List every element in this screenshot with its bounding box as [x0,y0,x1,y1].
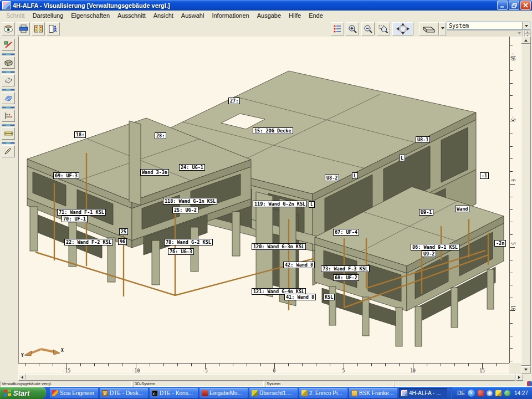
ruler-tick [510,234,513,235]
pan-cross-icon [395,23,411,35]
zoom-in-icon [348,24,357,34]
taskbar-button-eingabe[interactable]: EingabeMo... [200,388,248,398]
ruler-tick [288,364,289,366]
taskbar-button-console[interactable]: C:DTE - Kons... [150,388,198,398]
minimize-button[interactable] [497,1,508,10]
scroll-up-button[interactable] [521,37,531,44]
vertical-scroll-thumb[interactable] [521,44,531,366]
scia-icon [52,390,58,396]
pan-control[interactable] [392,22,413,35]
toolbar-grip [2,89,15,91]
levels-button[interactable] [2,110,15,122]
pen-icon [4,147,13,155]
close-button[interactable] [520,1,531,10]
numbering-options-button[interactable] [331,22,344,35]
model-label: Wand 3-3n [140,169,169,176]
menu-item-auswahl[interactable]: Auswahl [177,11,208,20]
ruler-tick [122,364,122,366]
ruler-tick [468,364,469,366]
ruler-tick [510,247,515,248]
taskbar-button-dte-desk[interactable]: CDTE - Desk... [100,388,148,398]
language-indicator[interactable]: DE [457,390,465,396]
model-label: 42: Wand 8 [283,262,315,268]
scroll-left-button[interactable] [18,374,25,381]
ruler-tick [496,364,497,366]
ruler-tick [413,364,413,369]
taskbar-button-scia[interactable]: Scia Engineer [50,388,98,398]
zoom-window-button[interactable] [377,22,390,35]
ruler-tick [510,273,513,273]
menu-item-ausschnitt[interactable]: Ausschnitt [114,11,150,20]
system-select-arrow[interactable] [522,22,530,29]
hide-icons-chevron[interactable]: ‹ [468,390,475,397]
ruler-tick [385,364,386,366]
dimension-button[interactable] [2,127,15,140]
ruler-tick [510,285,513,285]
taskbar-button-alfa[interactable]: 4H-ALFA - ... [399,388,447,398]
restore-button[interactable] [509,1,519,10]
ruler-tick [108,364,109,366]
taskbar-button-uebersicht[interactable]: Übersicht1.... [249,388,298,398]
scroll-right-button[interactable] [516,374,523,381]
report-button[interactable] [32,22,45,35]
taskbar-button-enrico[interactable]: 2. Enrico Pi... [299,388,347,398]
ruler-tick [510,222,513,222]
mesh-view-button[interactable] [2,92,15,104]
ruler-tick [510,323,513,324]
minimize-icon [500,3,505,8]
3d-view-button[interactable] [419,22,439,35]
solid-view-button[interactable] [2,57,15,69]
red-app-tray-icon[interactable] [478,390,484,396]
ruler-tick [510,158,513,159]
dte-desk-icon: C [102,390,108,396]
zoom-out-button[interactable] [361,22,375,35]
zoom-in-button[interactable] [346,22,359,35]
numbered-list-icon [333,24,342,33]
menu-item-schnitt: Schnitt [2,11,29,20]
menu-item-ausgabe[interactable]: Ausgabe [253,11,285,20]
status-extra [395,381,526,387]
ruler-tick [302,364,303,366]
scroll-down-button[interactable] [521,366,531,374]
menu-item-hilfe[interactable]: Hilfe [285,11,305,20]
ruler-tick [150,364,150,366]
taskbar-button-folder[interactable]: BSK Franke... [349,388,397,398]
ruler-tick [25,364,25,366]
horizontal-scrollbar[interactable] [18,374,523,381]
triangle-down-icon [524,369,528,372]
ruler-tick [510,171,513,172]
menu-item-ansicht[interactable]: Ansicht [150,11,177,20]
pencil-tray-icon[interactable] [495,390,502,396]
exit-button[interactable] [47,22,60,35]
vertical-scrollbar[interactable] [521,37,531,374]
menu-item-darstellung[interactable]: Darstellung [29,11,68,20]
menu-item-eigenschaften[interactable]: Eigenschaften [67,11,114,20]
redline-tool-button[interactable] [2,39,15,51]
view-button[interactable] [2,22,15,35]
menu-item-informationen[interactable]: Informationen [208,11,253,20]
ruler-tick [80,364,81,366]
annotate-button[interactable] [2,145,15,157]
slab-view-button[interactable] [2,74,15,86]
model-label: 22: Wand F-2 KSL [64,239,113,245]
status-document: Verwaltungsgebäude vergl. [0,381,132,387]
start-button[interactable]: Start [0,387,46,399]
model-label: 76: UG-3 [168,248,194,255]
print-button[interactable] [17,22,30,35]
ruler-tick [399,364,400,366]
ruler-tick [371,364,372,366]
taskbar-button-label: 2. Enrico Pi... [309,390,342,396]
horizontal-scroll-thumb[interactable] [25,374,515,381]
system-select[interactable]: System [447,22,530,30]
3d-box-icon [422,24,436,34]
mesh-grid-icon [4,94,13,102]
3d-view-dropdown[interactable] [439,22,446,35]
ruler-tick [510,70,513,71]
menu-item-ende[interactable]: Ende [305,11,327,20]
3d-viewport[interactable]: 18:28:27:15: 2OG DeckeU8-169: UF-3Wand 3… [18,37,509,363]
status-app-icon [527,381,532,386]
cd-tray-icon[interactable] [487,390,493,396]
spinner-up-icon[interactable]: ▲ [524,30,531,34]
model-label: 78: Wand G-2 KSL [164,239,213,245]
green-tray-icon[interactable] [504,390,510,396]
